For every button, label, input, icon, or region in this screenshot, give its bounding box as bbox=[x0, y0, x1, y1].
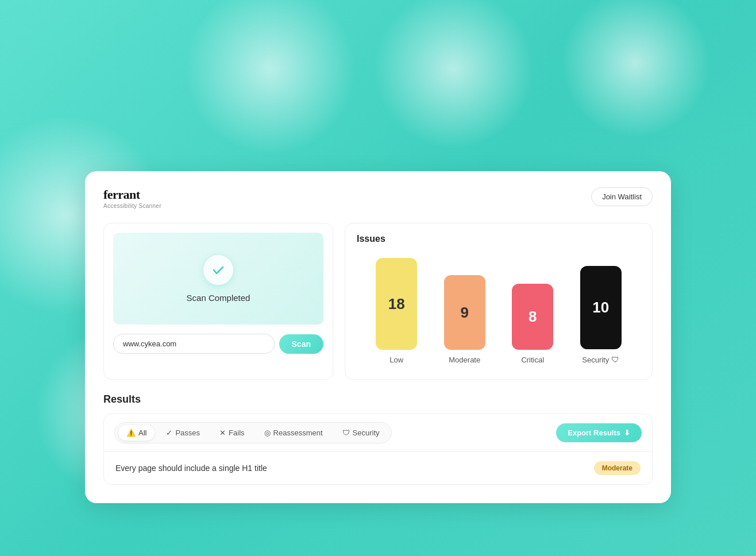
join-waitlist-button[interactable]: Join Waitlist bbox=[591, 187, 653, 206]
issues-panel: Issues 18 Low 9 Moderate 8 bbox=[345, 223, 653, 380]
results-card: ⚠️ All ✓ Passes ✕ Fails ◎ Reassessment bbox=[103, 414, 653, 485]
tab-passes[interactable]: ✓ Passes bbox=[158, 425, 208, 441]
url-row: Scan bbox=[113, 334, 323, 354]
bar-label-low: Low bbox=[389, 356, 403, 364]
logo-text: ferrant bbox=[103, 187, 161, 202]
bar-critical: 8 bbox=[512, 284, 553, 350]
filter-tabs: ⚠️ All ✓ Passes ✕ Fails ◎ Reassessment bbox=[114, 422, 392, 443]
main-card: ferrant Accessibility Scanner Join Waitl… bbox=[85, 171, 671, 503]
bar-item-moderate: 9 Moderate bbox=[444, 275, 485, 364]
left-panel: Scan Completed Scan bbox=[103, 223, 333, 380]
header: ferrant Accessibility Scanner Join Waitl… bbox=[103, 187, 653, 209]
check-icon bbox=[211, 263, 225, 277]
bar-label-critical: Critical bbox=[521, 356, 544, 364]
filter-row: ⚠️ All ✓ Passes ✕ Fails ◎ Reassessment bbox=[104, 414, 652, 452]
bar-item-low: 18 Low bbox=[376, 258, 417, 364]
bar-moderate: 9 bbox=[444, 275, 485, 350]
scan-completed-text: Scan Completed bbox=[187, 293, 250, 303]
tab-security[interactable]: 🛡 Security bbox=[334, 425, 388, 441]
results-section: Results ⚠️ All ✓ Passes ✕ Fails bbox=[103, 393, 653, 485]
glow-3 bbox=[561, 0, 710, 138]
bar-label-moderate: Moderate bbox=[449, 356, 480, 364]
check-circle-icon: ✓ bbox=[166, 428, 172, 437]
logo-area: ferrant Accessibility Scanner bbox=[103, 187, 161, 209]
bar-item-security: 10 Security 🛡 bbox=[580, 266, 622, 364]
export-results-button[interactable]: Export Results ⬇ bbox=[556, 423, 642, 442]
url-input[interactable] bbox=[113, 334, 275, 354]
glow-1 bbox=[184, 0, 356, 155]
shield-tab-icon: 🛡 bbox=[342, 428, 350, 437]
issues-title: Issues bbox=[357, 234, 641, 244]
bar-item-critical: 8 Critical bbox=[512, 284, 553, 364]
bar-low: 18 bbox=[376, 258, 417, 350]
tab-all[interactable]: ⚠️ All bbox=[118, 425, 155, 441]
download-icon: ⬇ bbox=[624, 428, 630, 437]
bar-label-security: Security 🛡 bbox=[582, 355, 619, 364]
scan-area: Scan Completed bbox=[113, 233, 323, 325]
warning-icon: ⚠️ bbox=[126, 428, 136, 437]
checkmark-circle bbox=[203, 255, 233, 285]
bar-security: 10 bbox=[580, 266, 622, 349]
tab-reassessment[interactable]: ◎ Reassessment bbox=[256, 425, 331, 441]
status-badge: Moderate bbox=[594, 461, 641, 475]
logo-subtitle: Accessibility Scanner bbox=[103, 203, 161, 209]
x-circle-icon: ✕ bbox=[219, 428, 226, 437]
scan-button[interactable]: Scan bbox=[279, 334, 323, 354]
reassessment-icon: ◎ bbox=[264, 428, 271, 437]
result-text: Every page should include a single H1 ti… bbox=[115, 464, 267, 473]
results-title: Results bbox=[103, 393, 653, 406]
glow-2 bbox=[373, 0, 534, 149]
content-row: Scan Completed Scan Issues 18 Low 9 bbox=[103, 223, 653, 380]
bars-row: 18 Low 9 Moderate 8 Critical bbox=[357, 253, 641, 369]
result-row: Every page should include a single H1 ti… bbox=[104, 452, 652, 484]
tab-fails[interactable]: ✕ Fails bbox=[211, 425, 252, 441]
shield-icon: 🛡 bbox=[611, 355, 619, 364]
